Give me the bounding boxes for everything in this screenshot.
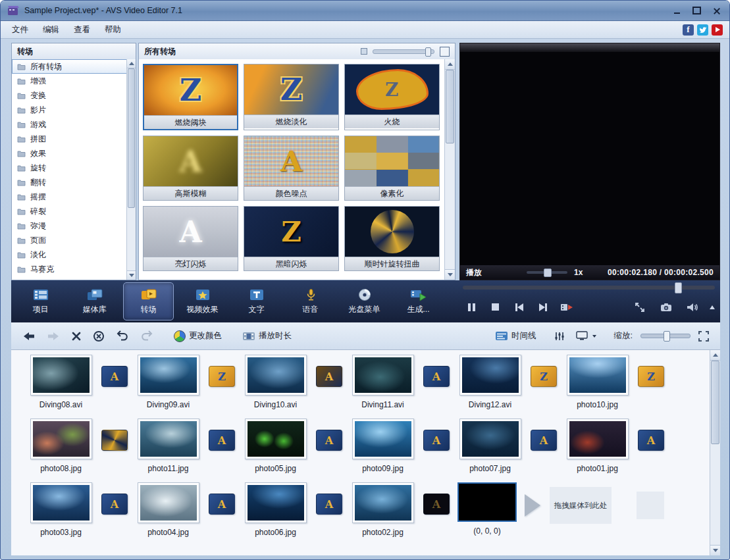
panel-layout-button[interactable] <box>440 47 450 57</box>
slider-thumb[interactable] <box>544 268 552 277</box>
storyboard-clip[interactable]: photo04.jpg <box>136 482 201 537</box>
category-item[interactable]: 拼图 <box>12 132 127 146</box>
storyboard-clip[interactable]: Diving11.avi <box>350 355 415 409</box>
storyboard-transition-icon[interactable] <box>638 430 664 451</box>
scrollbar-thumb[interactable] <box>711 361 719 444</box>
storyboard-transition-icon[interactable] <box>316 366 342 387</box>
category-item[interactable]: 变换 <box>12 88 127 103</box>
storyboard-clip[interactable]: Diving08.avi <box>28 355 93 409</box>
menu-file[interactable]: 文件 <box>5 22 36 38</box>
transition-tile[interactable]: 像素化 <box>344 136 440 201</box>
category-item[interactable]: 弥漫 <box>12 218 127 233</box>
scroll-up-icon[interactable] <box>445 59 455 70</box>
storyboard-transition-icon[interactable] <box>209 430 235 451</box>
thumbnail-size-small-icon[interactable] <box>361 48 367 55</box>
scroll-down-icon[interactable] <box>445 269 455 280</box>
menu-edit[interactable]: 编辑 <box>36 22 66 38</box>
scrollbar-thumb[interactable] <box>446 70 454 143</box>
scroll-down-icon[interactable] <box>710 545 720 555</box>
tab-voice[interactable]: 语音 <box>285 282 336 320</box>
category-item[interactable]: 效果 <box>12 146 127 161</box>
monitor-view-button[interactable] <box>573 328 600 344</box>
facebook-icon[interactable]: f <box>683 24 694 36</box>
storyboard-clip-selected[interactable]: (0, 0, 0) <box>457 482 517 536</box>
category-item[interactable]: 摇摆 <box>12 190 127 204</box>
minimize-button[interactable] <box>670 5 683 16</box>
transition-tile[interactable]: 高斯模糊 <box>143 136 238 201</box>
redo-button[interactable] <box>137 328 157 344</box>
storyboard-clip[interactable]: photo05.jpg <box>243 419 308 473</box>
twitter-icon[interactable] <box>697 24 708 36</box>
tab-video-effects[interactable]: 视频效果 <box>177 282 228 320</box>
tab-text[interactable]: 文字 <box>231 282 282 320</box>
storyboard-clip[interactable]: photo06.jpg <box>243 482 308 537</box>
scroll-up-icon[interactable] <box>710 350 720 361</box>
storyboard-clip[interactable]: photo02.jpg <box>350 482 415 537</box>
category-list-scrollbar[interactable] <box>126 59 136 280</box>
transitions-grid-scrollbar[interactable] <box>444 59 455 280</box>
transition-tile[interactable]: 火烧 <box>344 64 440 130</box>
storyboard-clip[interactable]: Diving10.avi <box>243 355 308 409</box>
transition-tile[interactable]: 亮灯闪烁 <box>143 206 238 271</box>
storyboard-transition-icon[interactable] <box>423 494 450 515</box>
storyboard-clip[interactable]: photo10.jpg <box>565 355 630 409</box>
forward-button[interactable] <box>43 328 63 344</box>
category-item[interactable]: 淡化 <box>12 247 127 262</box>
seek-thumb[interactable] <box>675 282 682 293</box>
close-button[interactable] <box>710 5 723 16</box>
empty-transition-slot[interactable] <box>637 492 664 519</box>
storyboard-transition-icon[interactable] <box>209 366 235 387</box>
snapshot-button[interactable] <box>657 299 675 315</box>
tab-project[interactable]: 项目 <box>15 282 66 320</box>
volume-button[interactable] <box>683 299 701 315</box>
youtube-icon[interactable] <box>712 24 723 36</box>
tab-disc-menu[interactable]: 光盘菜单 <box>339 282 390 320</box>
video-screen[interactable] <box>460 52 719 265</box>
tab-transitions[interactable]: 转场 <box>123 282 174 320</box>
slider-thumb[interactable] <box>664 331 670 342</box>
timeline-toggle-button[interactable]: 时间线 <box>492 328 540 344</box>
transition-tile[interactable]: 燃烧淡化 <box>244 64 339 130</box>
stop-button[interactable] <box>486 299 504 315</box>
maximize-button[interactable] <box>690 5 703 16</box>
storyboard-scrollbar[interactable] <box>710 350 720 555</box>
menu-view[interactable]: 查看 <box>66 22 97 38</box>
storyboard-transition-icon[interactable] <box>638 366 664 387</box>
audio-mixer-button[interactable] <box>551 328 568 344</box>
storyboard-transition-icon[interactable] <box>101 366 128 387</box>
transition-tile[interactable]: 顺时针旋转扭曲 <box>344 206 440 271</box>
next-frame-button[interactable] <box>534 299 552 315</box>
volume-popup-icon[interactable] <box>710 305 715 309</box>
category-item[interactable]: 碎裂 <box>12 204 127 218</box>
storyboard-transition-icon[interactable] <box>423 366 450 387</box>
storyboard-transition-icon[interactable] <box>101 494 128 515</box>
category-item[interactable]: 翻转 <box>12 175 127 190</box>
produce-preview-button[interactable] <box>558 299 575 315</box>
storyboard-transition-icon[interactable] <box>209 494 235 515</box>
category-item[interactable]: 旋转 <box>12 161 127 175</box>
storyboard-transition-icon[interactable] <box>316 494 342 515</box>
pause-button[interactable] <box>463 299 481 315</box>
storyboard-transition-icon[interactable] <box>316 430 342 451</box>
storyboard-clip[interactable]: photo11.jpg <box>136 419 201 473</box>
zoom-slider[interactable] <box>640 334 691 338</box>
slider-thumb[interactable] <box>425 47 431 57</box>
storyboard-clip[interactable]: Diving12.avi <box>457 355 523 409</box>
transition-tile[interactable]: 黑暗闪烁 <box>244 206 339 271</box>
speed-slider[interactable] <box>527 271 567 274</box>
storyboard-transition-icon[interactable] <box>423 430 450 451</box>
menu-help[interactable]: 帮助 <box>97 22 128 38</box>
fullscreen-button[interactable] <box>631 299 648 315</box>
scroll-down-icon[interactable] <box>127 270 136 280</box>
storyboard-transition-icon[interactable] <box>531 430 557 451</box>
transition-tile-selected[interactable]: 燃烧阈块 <box>143 64 238 130</box>
storyboard-clip[interactable]: photo07.jpg <box>457 419 523 473</box>
change-color-button[interactable]: 更改颜色 <box>170 328 225 345</box>
back-button[interactable] <box>19 328 39 344</box>
duration-button[interactable]: 播放时长 <box>239 328 295 344</box>
scroll-up-icon[interactable] <box>127 59 136 68</box>
category-item[interactable]: 增强 <box>12 74 127 88</box>
category-item[interactable]: 影片 <box>12 103 127 117</box>
undo-button[interactable] <box>113 328 132 344</box>
storyboard-clip[interactable]: photo03.jpg <box>28 482 93 537</box>
